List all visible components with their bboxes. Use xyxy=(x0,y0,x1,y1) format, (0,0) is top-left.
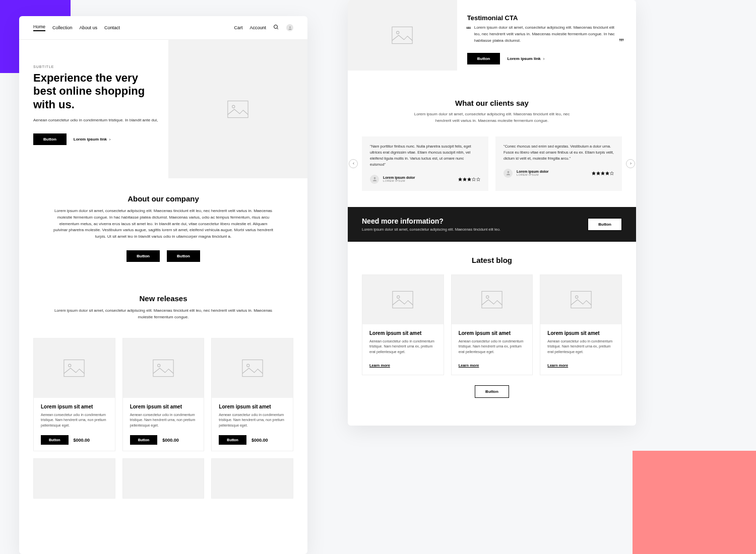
info-cta-section: Need more information? Lorem ipsum dolor… xyxy=(348,207,636,242)
image-placeholder-icon xyxy=(362,275,444,324)
nav-cart[interactable]: Cart xyxy=(234,25,242,30)
info-cta-body: Lorem ipsum dolor sit amet, consectetur … xyxy=(362,227,500,232)
testimonial-card: "Nam porttitor finibus nunc. Nulla phare… xyxy=(362,136,488,191)
carousel-prev-button[interactable] xyxy=(349,159,358,168)
releases-body: Lorem ipsum dolor sit amet, consectetur … xyxy=(53,308,274,321)
image-placeholder-icon xyxy=(122,458,205,499)
product-body: Aenean consectetur odio in condimentum t… xyxy=(219,412,286,429)
product-price: $000.00 xyxy=(162,438,179,443)
testimonial-cta-link[interactable]: Lorem ipsum link xyxy=(507,56,545,61)
testimonial-cta-button[interactable]: Button xyxy=(467,53,500,64)
svg-point-28 xyxy=(486,296,489,298)
hero-body: Aenean consectetur odio in condimentum t… xyxy=(33,117,158,123)
image-placeholder-icon xyxy=(452,275,533,324)
hero-link[interactable]: Lorem ipsum link xyxy=(74,137,111,142)
learn-more-link[interactable]: Learn more xyxy=(547,363,568,368)
svg-point-8 xyxy=(158,364,160,367)
nav-home[interactable]: Home xyxy=(33,24,45,31)
svg-marker-15 xyxy=(463,177,467,181)
testimonial-quote: "Nam porttitor finibus nunc. Nulla phare… xyxy=(370,144,480,168)
product-price: $000.00 xyxy=(74,438,90,443)
nav-contact[interactable]: Contact xyxy=(104,25,120,30)
testimonial-quote: "Conec rhoncus sed enim sed egestas. Ves… xyxy=(503,144,614,162)
svg-rect-9 xyxy=(242,360,263,376)
avatar-icon[interactable] xyxy=(286,24,293,31)
product-title: Lorem ipsum sit amet xyxy=(219,404,286,409)
product-body: Aenean consectetur odio in condimentum t… xyxy=(41,412,108,429)
image-placeholder-icon xyxy=(168,40,307,178)
svg-marker-22 xyxy=(601,171,605,175)
product-title: Lorem ipsum sit amet xyxy=(130,404,197,409)
blog-button[interactable]: Button xyxy=(475,385,509,398)
svg-point-10 xyxy=(246,364,249,367)
svg-marker-24 xyxy=(610,171,614,175)
svg-marker-16 xyxy=(468,177,471,181)
learn-more-link[interactable]: Learn more xyxy=(369,363,390,368)
svg-marker-17 xyxy=(472,177,476,181)
svg-marker-14 xyxy=(459,177,462,181)
product-button[interactable]: Button xyxy=(41,435,69,445)
blog-item-body: Aenean consectetur odio in condimentum t… xyxy=(547,339,614,355)
blog-item-body: Aenean consectetur odio in condimentum t… xyxy=(459,339,526,355)
about-section: About our company Lorem ipsum dolor sit … xyxy=(19,178,307,278)
releases-title: New releases xyxy=(33,294,293,303)
blog-item-body: Aenean consectetur odio in condimentum t… xyxy=(369,339,436,355)
svg-point-19 xyxy=(507,171,509,173)
clients-body: Lorem ipsum dolor sit amet, consectetur … xyxy=(407,111,576,124)
about-button-1[interactable]: Button xyxy=(127,250,160,262)
carousel-next-button[interactable] xyxy=(626,159,635,168)
svg-rect-7 xyxy=(153,360,173,376)
blog-card: Lorem ipsum sit amet Aenean consectetur … xyxy=(362,274,444,376)
svg-rect-25 xyxy=(393,291,413,308)
nav-account[interactable]: Account xyxy=(249,25,266,30)
rating-stars xyxy=(458,177,480,181)
image-placeholder-icon xyxy=(34,338,115,398)
svg-point-30 xyxy=(575,296,578,298)
blog-section: Latest blog Lorem ipsum sit amet Aenean … xyxy=(348,242,636,412)
svg-marker-20 xyxy=(592,171,596,175)
product-button[interactable]: Button xyxy=(219,435,246,445)
svg-point-13 xyxy=(373,177,375,179)
svg-point-12 xyxy=(397,31,399,34)
nav-about[interactable]: About us xyxy=(80,25,98,30)
svg-rect-29 xyxy=(571,291,591,308)
testimonial-cta-quote: Lorem ipsum dolor sit amet, consectetur … xyxy=(467,25,622,44)
about-button-2[interactable]: Button xyxy=(167,250,200,262)
hero-button[interactable]: Button xyxy=(33,133,67,145)
svg-rect-5 xyxy=(64,360,84,376)
svg-point-0 xyxy=(274,25,278,29)
rating-stars xyxy=(592,171,614,175)
svg-line-1 xyxy=(277,28,279,30)
image-placeholder-icon xyxy=(211,458,293,499)
testimonial-cta-title: Testimonial CTA xyxy=(467,14,622,22)
blog-item-title: Lorem ipsum sit amet xyxy=(369,330,436,336)
blog-item-title: Lorem ipsum sit amet xyxy=(547,330,614,336)
wireframe-left: Home Collection About us Contact Cart Ac… xyxy=(19,16,307,554)
nav-collection[interactable]: Collection xyxy=(52,25,73,30)
product-card: Lorem ipsum sit amet Aenean consectetur … xyxy=(211,338,293,452)
svg-point-26 xyxy=(397,296,400,298)
releases-section: New releases Lorem ipsum dolor sit amet,… xyxy=(19,278,307,338)
svg-marker-18 xyxy=(477,177,480,181)
testimonial-name: Lorem ipsum dolor xyxy=(383,176,415,179)
about-title: About our company xyxy=(33,194,293,203)
search-icon[interactable] xyxy=(273,23,279,32)
testimonial-name: Lorem ipsum dolor xyxy=(517,170,548,173)
product-button[interactable]: Button xyxy=(130,435,158,445)
image-placeholder-icon xyxy=(540,275,621,324)
product-card: Lorem ipsum sit amet Aenean consectetur … xyxy=(33,338,115,452)
svg-rect-11 xyxy=(392,27,412,43)
decorative-pink-block xyxy=(633,451,756,554)
avatar-icon xyxy=(503,169,513,178)
hero-subtitle: SUBTITLE xyxy=(33,65,158,68)
info-cta-title: Need more information? xyxy=(362,217,500,225)
blog-card: Lorem ipsum sit amet Aenean consectetur … xyxy=(540,274,622,376)
hero-title: Experience the very best online shopping… xyxy=(33,72,158,111)
image-placeholder-icon xyxy=(33,458,115,499)
product-body: Aenean consectetur odio in condimentum t… xyxy=(130,412,197,429)
product-title: Lorem ipsum sit amet xyxy=(41,404,108,409)
clients-section: What our clients say Lorem ipsum dolor s… xyxy=(348,85,636,207)
testimonial-sub: LOREM IPSUM xyxy=(517,173,548,176)
info-cta-button[interactable]: Button xyxy=(588,218,622,231)
learn-more-link[interactable]: Learn more xyxy=(459,363,479,368)
